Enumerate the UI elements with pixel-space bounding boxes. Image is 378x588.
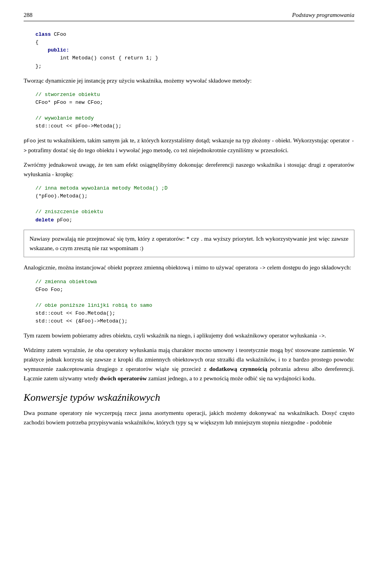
code-inline-pfoo: pFoo — [24, 138, 36, 144]
note-box-text: Nawiasy pozwalają nie przejmować się tym… — [30, 236, 348, 251]
bold-dwoch: dwóch operatorów — [100, 375, 147, 382]
code-block-2: // stworzenie obiektu CFoo* pFoo = new C… — [35, 91, 354, 131]
paragraph-3: Zwróćmy jednakowoż uwagę, że ten sam efe… — [24, 160, 354, 179]
paragraph-5: Tym razem bowiem pobieramy adres obiektu… — [24, 331, 354, 341]
code-block-4: // zmienna obiektowa CFoo Foo; // obie p… — [35, 278, 354, 326]
chapter-title: Podstawy programowania — [292, 12, 354, 18]
code-block-1: class CFoo { public: int Metoda() const … — [35, 31, 354, 70]
bold-dodatkowa: dodatkową czynnością — [209, 366, 267, 372]
page-number: 288 — [24, 12, 33, 18]
page: 288 Podstawy programowania class CFoo { … — [0, 0, 378, 448]
page-header: 288 Podstawy programowania — [24, 12, 354, 21]
code-block-3: // inna metoda wywołania metody Metoda()… — [35, 184, 354, 224]
paragraph-1: Tworząc dynamicznie jej instancję przy u… — [24, 76, 354, 85]
section-heading: Konwersje typów wskaźnikowych — [24, 392, 354, 404]
paragraph-6: Widzimy zatem wyraźnie, że oba operatory… — [24, 345, 354, 383]
note-box: Nawiasy pozwalają nie przejmować się tym… — [24, 230, 354, 257]
paragraph-7: Dwa poznane operatory nie wyczerpują rze… — [24, 408, 354, 427]
paragraph-4: Analogicznie, można instancjować obiekt … — [24, 263, 354, 273]
paragraph-2: pFoo jest tu wskaźnikiem, takim samym ja… — [24, 136, 354, 155]
